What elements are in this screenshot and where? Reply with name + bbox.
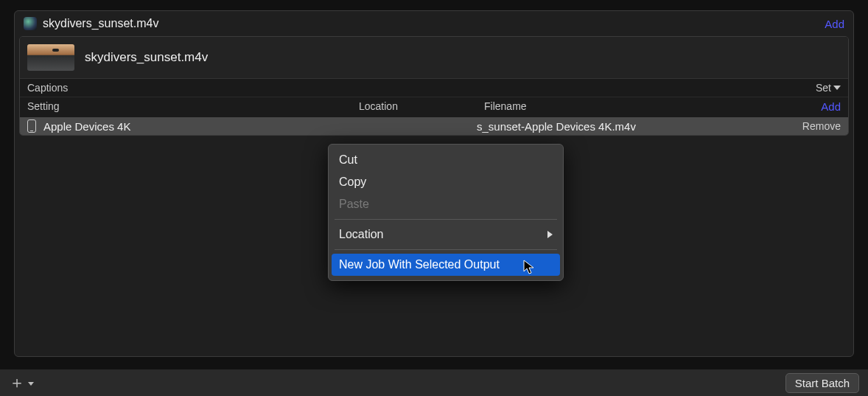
batch-header: skydivers_sunset.m4v Add: [15, 11, 853, 36]
output-filename-cell: s_sunset-Apple Devices 4K.m4v: [477, 120, 789, 133]
add-job-link[interactable]: Add: [825, 18, 844, 30]
chevron-down-icon: [833, 86, 841, 90]
col-setting-header: Setting: [27, 100, 359, 113]
col-filename-header: Filename: [484, 100, 811, 113]
menu-separator: [335, 219, 557, 220]
set-label: Set: [816, 82, 831, 94]
job-name: skydivers_sunset.m4v: [85, 50, 208, 65]
col-location-header: Location: [359, 100, 484, 113]
add-menu-button[interactable]: ＋: [9, 375, 34, 391]
captions-row: Captions Set: [20, 78, 848, 97]
context-menu: Cut Copy Paste Location New Job With Sel…: [328, 144, 564, 281]
device-icon: [27, 119, 36, 133]
menu-item-copy[interactable]: Copy: [329, 171, 563, 193]
app-icon: [24, 17, 37, 30]
footer: ＋ Start Batch: [0, 369, 868, 396]
chevron-right-icon: [547, 231, 553, 238]
captions-set-toggle[interactable]: Set: [816, 82, 841, 94]
job-card: skydivers_sunset.m4v Captions Set Settin…: [19, 36, 849, 136]
menu-separator-2: [335, 249, 557, 250]
columns-header: Setting Location Filename Add: [20, 97, 848, 117]
output-row[interactable]: Apple Devices 4K s_sunset-Apple Devices …: [20, 117, 848, 135]
remove-output-button[interactable]: Remove: [789, 120, 841, 132]
plus-icon: ＋: [9, 375, 25, 391]
chevron-down-icon: [28, 382, 34, 386]
add-output-link[interactable]: Add: [811, 100, 841, 113]
job-header[interactable]: skydivers_sunset.m4v: [20, 37, 848, 78]
menu-item-location-label: Location: [339, 228, 384, 241]
batch-panel: skydivers_sunset.m4v Add skydivers_sunse…: [14, 10, 854, 357]
start-batch-button[interactable]: Start Batch: [785, 373, 859, 393]
batch-title: skydivers_sunset.m4v: [43, 17, 825, 30]
menu-item-cut[interactable]: Cut: [329, 149, 563, 171]
menu-item-location[interactable]: Location: [329, 223, 563, 246]
menu-item-paste: Paste: [329, 193, 563, 215]
video-thumbnail: [27, 44, 74, 71]
output-setting-cell: Apple Devices 4K: [27, 119, 351, 133]
menu-item-new-job[interactable]: New Job With Selected Output: [332, 254, 560, 276]
output-setting-name: Apple Devices 4K: [43, 120, 130, 133]
captions-label: Captions: [27, 82, 68, 94]
